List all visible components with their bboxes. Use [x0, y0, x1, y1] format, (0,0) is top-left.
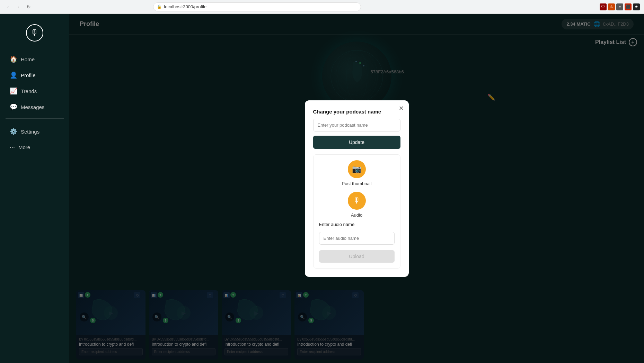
mic-icon: 🎙 — [30, 28, 39, 38]
camera-icon: 📷 — [352, 165, 361, 174]
audio-upload-icon[interactable]: 🎙 — [348, 192, 366, 210]
profile-icon: 👤 — [10, 71, 17, 79]
audio-name-label: Enter audio name — [319, 222, 395, 227]
sidebar-nav: 🏠 Home 👤 Profile 📈 Trends 💬 Messages — [0, 52, 69, 114]
sidebar: 🎙 🏠 Home 👤 Profile 📈 Trends 💬 Messages — [0, 14, 69, 363]
sidebar-item-label: Settings — [21, 129, 39, 135]
update-button[interactable]: Update — [313, 136, 400, 149]
reload-button[interactable]: ↻ — [25, 3, 33, 11]
browser-extensions: 🛡 ⚠ ≡ ⬛ ★ — [600, 3, 640, 10]
modal-overlay[interactable]: ✕ Change your podcast name Update 📷 Post… — [69, 14, 644, 363]
sidebar-item-label: Home — [21, 56, 35, 62]
more-icon: ··· — [10, 144, 15, 151]
ext-icon-2[interactable]: ⚠ — [608, 3, 615, 10]
sidebar-item-messages[interactable]: 💬 Messages — [6, 100, 64, 114]
forward-button[interactable]: › — [15, 3, 22, 11]
ext-icon-4[interactable]: ⬛ — [625, 3, 632, 10]
sidebar-nav-bottom: ⚙️ Settings ··· More — [0, 123, 69, 154]
sidebar-item-profile[interactable]: 👤 Profile — [6, 68, 64, 82]
ext-icon-3[interactable]: ≡ — [616, 3, 623, 10]
bg-content: 578F2A6a568b6 ✏️ Playlist List + — [69, 14, 644, 363]
address-bar[interactable]: 🔒 localhost:3000/profile — [153, 2, 361, 11]
sidebar-item-settings[interactable]: ⚙️ Settings — [6, 124, 64, 139]
upload-button[interactable]: Upload — [319, 250, 395, 263]
thumbnail-upload-icon[interactable]: 📷 — [348, 160, 366, 178]
trends-icon: 📈 — [10, 87, 17, 95]
sidebar-divider — [6, 118, 64, 119]
ext-icon-1[interactable]: 🛡 — [600, 3, 607, 10]
modal-dialog: ✕ Change your podcast name Update 📷 Post… — [305, 100, 409, 277]
post-thumbnail-label: Post thumbnail — [342, 181, 372, 186]
sidebar-item-label: Profile — [21, 72, 36, 78]
settings-icon: ⚙️ — [10, 128, 17, 135]
lock-icon: 🔒 — [157, 4, 162, 9]
audio-label: Audio — [351, 212, 362, 218]
sidebar-item-home[interactable]: 🏠 Home — [6, 52, 64, 66]
home-icon: 🏠 — [10, 55, 17, 63]
sidebar-item-label: Messages — [21, 104, 44, 110]
sidebar-logo: 🎙 — [0, 21, 69, 52]
sidebar-item-trends[interactable]: 📈 Trends — [6, 84, 64, 98]
app-container: 🎙 🏠 Home 👤 Profile 📈 Trends 💬 Messages — [0, 14, 644, 363]
ext-icon-5[interactable]: ★ — [633, 3, 640, 10]
modal-close-button[interactable]: ✕ — [399, 105, 404, 112]
sidebar-item-label: Trends — [21, 88, 37, 94]
url-text: localhost:3000/profile — [164, 4, 206, 9]
messages-icon: 💬 — [10, 103, 17, 111]
upload-section: 📷 Post thumbnail 🎙 Audio Enter audio nam… — [313, 154, 400, 269]
mic-upload-icon: 🎙 — [353, 196, 361, 205]
sidebar-item-label: More — [18, 144, 30, 150]
browser-bar: ‹ › ↻ 🔒 localhost:3000/profile 🛡 ⚠ ≡ ⬛ ★ — [0, 0, 644, 14]
back-button[interactable]: ‹ — [4, 3, 12, 11]
audio-name-input[interactable] — [319, 232, 395, 245]
change-name-title: Change your podcast name — [313, 109, 400, 115]
main-content: Profile 2.34 MATIC 🌐 0xAD...F2D3 — [69, 14, 644, 363]
sidebar-item-more[interactable]: ··· More — [6, 140, 64, 154]
podcast-name-input[interactable] — [313, 119, 400, 131]
logo-icon: 🎙 — [26, 24, 43, 42]
